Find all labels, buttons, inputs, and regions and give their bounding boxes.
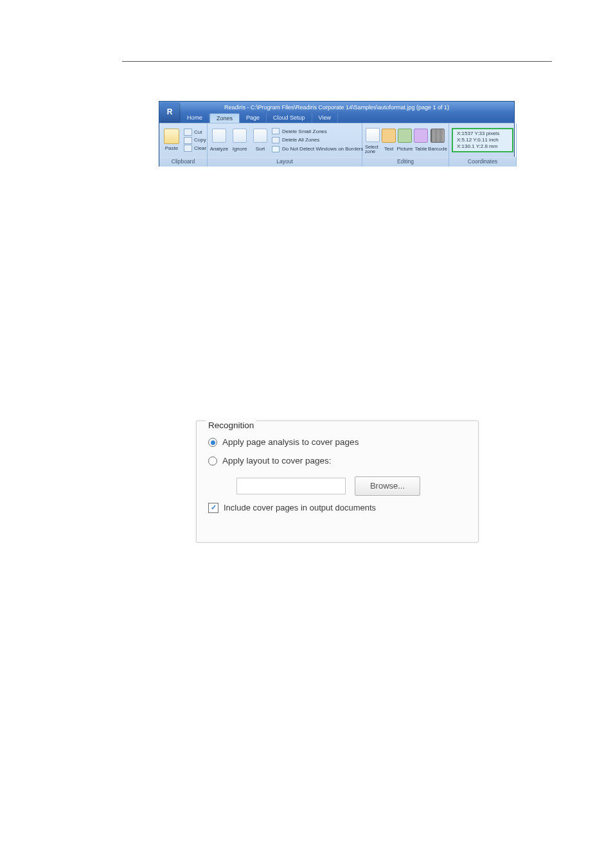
text-icon: [382, 129, 396, 143]
bullet-draw-frame: Use the cursor to draw a frame around th…: [140, 183, 495, 194]
copy-button[interactable]: Copy: [184, 136, 206, 143]
checkbox-icon: [272, 146, 280, 152]
para-documents-tab: On the Documents tab you determine how R…: [122, 655, 495, 665]
radio-label: Apply page analysis to cover pages: [222, 437, 359, 449]
subhead-learn-more-recognition: To learn more about regular recognition …: [122, 564, 495, 575]
delete-small-icon: [272, 128, 280, 134]
radio-icon: [208, 457, 217, 466]
cut-button[interactable]: Cut: [184, 129, 206, 136]
tab-zones[interactable]: Zones: [209, 113, 240, 123]
ribbon-screenshot: R Readiris - C:\Program Files\Readiris C…: [159, 102, 514, 166]
ribbon-tabs: Home Zones Page Cloud Setup View: [159, 113, 514, 123]
copy-icon: [184, 137, 192, 144]
coords-pixels: X:1537 Y:33 pixels: [457, 131, 508, 137]
paste-button[interactable]: Paste: [165, 145, 178, 152]
layout-path-input[interactable]: [236, 478, 346, 494]
para-recognition-intro: You can also apply page analysis or a zo…: [122, 213, 495, 224]
subhead-recognition-options: Recognition options: [122, 232, 495, 243]
picture-icon: [398, 129, 412, 143]
desc-apply-page-analysis: When you select Apply page analysis to c…: [122, 251, 495, 273]
cursor-icon: [366, 128, 380, 142]
link-zoning-templates: See Using Zoning Templates.: [122, 619, 495, 630]
coords-inch: X:5.12 Y:0.11 inch: [457, 137, 508, 143]
heading-4-4: 4.4 Define the structure of the output d…: [122, 637, 495, 648]
coordinates-readout: X:1537 Y:33 pixels X:5.12 Y:0.11 inch X:…: [452, 128, 513, 152]
app-menu-icon[interactable]: R: [160, 102, 179, 122]
text-zone-button[interactable]: Text: [382, 127, 395, 152]
header-divider: [122, 61, 552, 62]
ignore-icon: [233, 129, 247, 143]
barcode-icon: [431, 129, 445, 143]
select-zone-button[interactable]: Select zone: [365, 127, 380, 154]
paste-icon[interactable]: [164, 129, 179, 144]
checkbox-label: Include cover pages in output documents: [224, 502, 376, 514]
tab-view[interactable]: View: [312, 113, 338, 123]
radio-icon: [208, 438, 217, 447]
radio-apply-layout[interactable]: Apply layout to cover pages:: [208, 455, 470, 467]
group-label-layout: Layout: [208, 157, 362, 167]
window-title: Readiris - C:\Program Files\Readiris Cor…: [159, 102, 514, 113]
include-cover-pages-checkbox[interactable]: Include cover pages in output documents: [208, 502, 470, 514]
sort-icon: [253, 129, 267, 143]
delete-small-zones[interactable]: Delete Small Zones: [272, 128, 363, 135]
no-detect-borders[interactable]: Do Not Detect Windows on Borders: [272, 145, 363, 152]
desc-include-cover: When you select Include cover pages in o…: [122, 307, 495, 329]
clear-button[interactable]: Clear: [184, 145, 206, 152]
tab-cloud-setup[interactable]: Cloud Setup: [267, 113, 312, 123]
group-label-editing: Editing: [362, 157, 449, 167]
heading-4-3: 4.3 Select the recognition options: [122, 196, 495, 208]
delete-all-icon: [272, 137, 280, 143]
tab-page[interactable]: Page: [240, 113, 267, 123]
analyze-button[interactable]: Analyze: [210, 127, 228, 152]
group-label-coordinates: Coordinates: [449, 157, 516, 167]
ignore-button[interactable]: Ignore: [231, 127, 249, 152]
delete-all-zones[interactable]: Delete All Zones: [272, 136, 363, 143]
radio-apply-page-analysis[interactable]: Apply page analysis to cover pages: [208, 437, 470, 449]
group-label-clipboard: Clipboard: [159, 157, 207, 167]
subhead-learn-more-templates: To learn how to create zoning templates:: [122, 601, 495, 612]
checkbox-icon: [208, 503, 218, 513]
sort-button[interactable]: Sort: [251, 127, 269, 152]
browse-button[interactable]: Browse...: [355, 476, 420, 496]
picture-zone-button[interactable]: Picture: [397, 127, 413, 152]
cut-icon: [184, 129, 192, 136]
link-recognition-options: See Selecting the Recognition Options.: [122, 583, 495, 593]
recognition-legend: Recognition: [206, 420, 256, 432]
recognition-panel: Recognition Apply page analysis to cover…: [196, 420, 479, 543]
barcode-zone-button[interactable]: Barcode: [429, 127, 446, 152]
analyze-icon: [212, 129, 226, 143]
table-zone-button[interactable]: Table: [414, 127, 427, 152]
radio-label: Apply layout to cover pages:: [222, 455, 332, 467]
coords-mm: X:130.1 Y:2.8 mm: [457, 143, 508, 150]
table-icon: [414, 129, 428, 143]
desc-apply-layout: When you select Apply layout to cover pa…: [122, 278, 495, 300]
clear-icon: [184, 145, 192, 152]
tab-home[interactable]: Home: [181, 113, 209, 123]
